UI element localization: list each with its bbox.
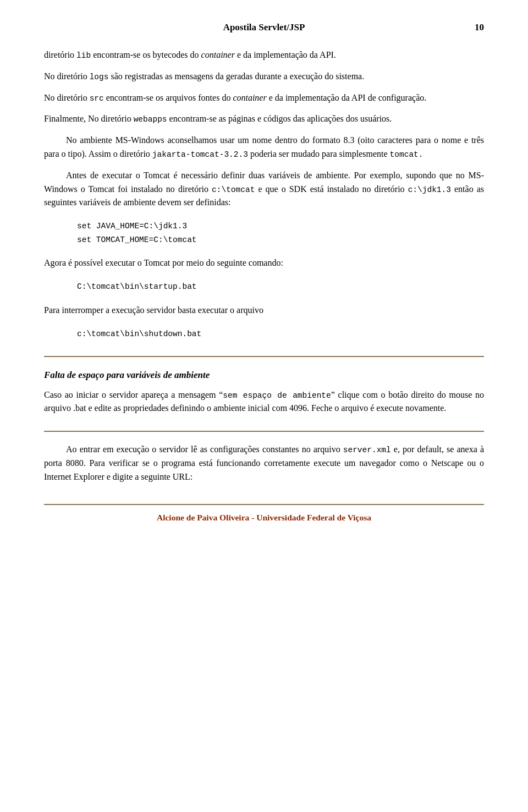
code-block-shutdown: c:\tomcat\bin\shutdown.bat xyxy=(77,327,484,341)
code-block-startup: C:\tomcat\bin\startup.bat xyxy=(77,280,484,294)
section-divider-bottom xyxy=(44,431,484,432)
document-title: Apostila Servlet/JSP xyxy=(44,22,484,33)
page-footer: Alcione de Paiva Oliveira - Universidade… xyxy=(44,504,484,523)
code-src: src xyxy=(90,94,104,103)
em-container-2: container xyxy=(233,93,266,102)
code-cjdk: c:\jdk1.3 xyxy=(408,185,451,194)
main-content: diretório lib encontram-se os bytecodes … xyxy=(44,48,484,484)
paragraph-9: Ao entrar em execução o servidor lê as c… xyxy=(44,443,484,484)
page-number: 10 xyxy=(475,22,484,33)
code-webapps: webapps xyxy=(134,115,167,124)
code-ctomcat: c:\tomcat xyxy=(212,185,255,194)
page: Apostila Servlet/JSP 10 diretório lib en… xyxy=(0,0,528,812)
paragraph-6: Antes de executar o Tomcat é necessário … xyxy=(44,169,484,210)
paragraph-2: No diretório logs são registradas as men… xyxy=(44,70,484,84)
code-jakarta: jakarta-tomcat-3.2.3 xyxy=(152,150,248,159)
section-heading: Falta de espaço para variáveis de ambien… xyxy=(44,368,484,382)
paragraph-3: No diretório src encontram-se os arquivo… xyxy=(44,91,484,105)
paragraph-4: Finalmente, No diretório webapps encontr… xyxy=(44,112,484,126)
code-line-tomcat-home: set TOMCAT_HOME=C:\tomcat xyxy=(77,233,484,247)
code-server-xml: server.xml xyxy=(343,446,391,454)
code-logs: logs xyxy=(90,73,109,81)
paragraph-8: Para interromper a execução servidor bas… xyxy=(44,304,484,317)
paragraph-5: No ambiente MS-Windows aconselhamos usar… xyxy=(44,134,484,161)
section-divider-top xyxy=(44,356,484,357)
code-sem-espaco: sem espaço de ambiente xyxy=(223,391,331,400)
code-block-env-vars: set JAVA_HOME=C:\jdk1.3 set TOMCAT_HOME=… xyxy=(77,220,484,246)
code-tomcat: tomcat. xyxy=(390,150,424,159)
code-lib: lib xyxy=(76,51,91,60)
paragraph-1: diretório lib encontram-se os bytecodes … xyxy=(44,48,484,62)
em-container: container xyxy=(201,50,235,59)
footer-text: Alcione de Paiva Oliveira - Universidade… xyxy=(44,513,484,523)
paragraph-7: Agora é possível executar o Tomcat por m… xyxy=(44,256,484,270)
section-body: Caso ao iniciar o servidor apareça a men… xyxy=(44,388,484,416)
code-line-java-home: set JAVA_HOME=C:\jdk1.3 xyxy=(77,220,484,233)
page-header: Apostila Servlet/JSP 10 xyxy=(44,22,484,33)
